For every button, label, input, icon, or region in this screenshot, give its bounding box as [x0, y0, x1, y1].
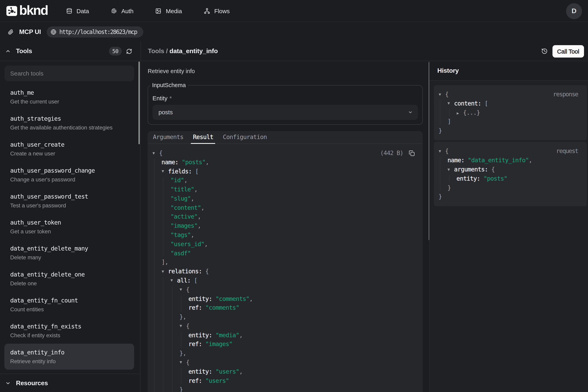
- indent-guide: [449, 176, 449, 182]
- json-row: "content",: [153, 203, 414, 212]
- tree-collapse-icon[interactable]: [438, 90, 445, 99]
- tool-item-auth_user_token[interactable]: auth_user_tokenGet a user token: [4, 214, 134, 240]
- entity-select[interactable]: posts: [153, 105, 418, 120]
- json-row: all: [: [153, 276, 414, 285]
- json-row: entity: "media",: [153, 331, 414, 340]
- tree-collapse-icon[interactable]: [447, 165, 454, 174]
- tree-collapse-icon[interactable]: [438, 147, 445, 156]
- tab-arguments[interactable]: Arguments: [151, 131, 186, 144]
- json-row: {response: [438, 90, 582, 99]
- tool-item-data_entity_fn_exists[interactable]: data_entity_fn_existsCheck if entity exi…: [4, 318, 134, 344]
- tool-name: data_entity_delete_many: [10, 244, 128, 253]
- json-row: "images",: [153, 222, 414, 231]
- nav-item-auth[interactable]: Auth: [111, 8, 134, 14]
- tool-description: Get the current user: [10, 98, 128, 106]
- tool-name: auth_user_create: [10, 140, 128, 150]
- tool-name: auth_me: [10, 88, 128, 98]
- input-schema-fieldset: InputSchema Entity* posts: [148, 82, 422, 124]
- json-row: "tags",: [153, 230, 414, 240]
- call-tool-button[interactable]: Call Tool: [552, 45, 584, 57]
- chevron-down-icon: [408, 110, 412, 115]
- tool-name: data_entity_info: [10, 348, 128, 357]
- tool-description: Get a user token: [10, 227, 128, 236]
- nav-item-data[interactable]: Data: [66, 8, 89, 14]
- tool-item-data_entity_delete_one[interactable]: data_entity_delete_oneDelete one: [4, 266, 134, 292]
- tool-name: auth_strategies: [10, 114, 128, 124]
- tree-collapse-icon[interactable]: [180, 358, 186, 367]
- result-size: (442 B): [380, 149, 403, 158]
- tab-configuration[interactable]: Configuration: [221, 131, 269, 144]
- history-card-label: request: [556, 147, 578, 156]
- tree-collapse-icon[interactable]: [162, 267, 168, 276]
- json-row: "slug",: [153, 194, 414, 204]
- tree-expand-icon[interactable]: [456, 108, 463, 117]
- indent-guide: [440, 157, 440, 191]
- tool-item-auth_user_password_change[interactable]: auth_user_password_changeChange a user's…: [4, 162, 134, 188]
- resources-title: Resources: [16, 380, 48, 386]
- history-icon[interactable]: [541, 48, 548, 54]
- json-row: "title",: [153, 185, 414, 194]
- tool-item-auth_strategies[interactable]: auth_strategiesGet the available authent…: [4, 110, 134, 136]
- json-row: "users_id",: [153, 240, 414, 249]
- json-row: {...}: [438, 108, 582, 117]
- tool-item-auth_me[interactable]: auth_meGet the current user: [4, 84, 134, 110]
- tools-section-title: Tools: [16, 48, 32, 55]
- tool-item-auth_user_create[interactable]: auth_user_createCreate a new user: [4, 136, 134, 162]
- image-icon: [156, 8, 162, 14]
- input-schema-legend: InputSchema: [150, 82, 188, 88]
- tree-collapse-icon[interactable]: [447, 99, 454, 108]
- search-input[interactable]: [4, 66, 134, 81]
- json-row: {(442 B): [153, 149, 414, 158]
- chevron-down-icon: [5, 380, 11, 386]
- avatar[interactable]: D: [566, 3, 582, 19]
- tool-item-data_entity_info[interactable]: data_entity_infoRetrieve entity info: [4, 344, 134, 370]
- tool-description: Test a user's password: [10, 202, 128, 210]
- brand-logo[interactable]: bknd: [6, 5, 48, 16]
- tool-description: Retrieve entity info: [10, 357, 128, 366]
- sidebar-scrollbar[interactable]: [138, 62, 140, 144]
- tools-sidebar: auth_meGet the current userauth_strategi…: [0, 61, 140, 392]
- tool-name: data_entity_fn_exists: [10, 322, 128, 331]
- json-row: "active",: [153, 212, 414, 222]
- tool-item-data_entity_fn_count[interactable]: data_entity_fn_countCount entities: [4, 292, 134, 318]
- refresh-icon[interactable]: [126, 48, 132, 54]
- mcp-url-chip[interactable]: http://localhost:28623/mcp: [46, 26, 143, 38]
- paperclip-icon: [8, 29, 13, 35]
- tool-list: auth_meGet the current userauth_strategi…: [4, 84, 134, 370]
- json-row: relations: {: [153, 267, 414, 276]
- top-bar: bknd DataAuthMediaFlows D: [0, 0, 588, 22]
- tool-description: Retrieve entity info: [148, 68, 195, 74]
- indent-guide: [154, 159, 154, 392]
- chevron-up-icon[interactable]: [5, 48, 11, 54]
- json-row: }: [153, 386, 414, 392]
- json-row: entity: "comments",: [153, 294, 414, 304]
- tree-collapse-icon[interactable]: [180, 322, 186, 331]
- nav-label: Auth: [121, 8, 134, 14]
- breadcrumb-section[interactable]: Tools /: [148, 48, 170, 54]
- nav-item-media[interactable]: Media: [156, 8, 182, 14]
- json-row: arguments: {: [438, 165, 582, 174]
- json-row: ],: [153, 258, 414, 267]
- mcp-bar: MCP UI http://localhost:28623/mcp: [0, 22, 588, 42]
- tree-collapse-icon[interactable]: [162, 167, 168, 176]
- tree-collapse-icon[interactable]: [171, 276, 177, 285]
- tab-result[interactable]: Result: [191, 131, 215, 144]
- tree-collapse-icon[interactable]: [180, 285, 186, 294]
- tool-description: Check if entity exists: [10, 331, 128, 340]
- tool-name: data_entity_fn_count: [10, 296, 128, 305]
- indent-guide: [172, 286, 172, 392]
- tool-description: Delete one: [10, 279, 128, 288]
- resources-header[interactable]: Resources: [0, 374, 140, 392]
- json-row: ]: [438, 117, 582, 126]
- json-row: name: "posts",: [153, 158, 414, 167]
- tool-name: data_entity_delete_one: [10, 270, 128, 279]
- nav-item-flows[interactable]: Flows: [204, 8, 230, 14]
- json-row: ref: "images": [153, 340, 414, 349]
- nav-label: Flows: [214, 8, 230, 14]
- tree-collapse-icon[interactable]: [153, 149, 159, 158]
- tool-item-data_entity_delete_many[interactable]: data_entity_delete_manyDelete many: [4, 240, 134, 266]
- tool-item-auth_user_password_test[interactable]: auth_user_password_testTest a user's pas…: [4, 188, 134, 214]
- indent-guide: [163, 277, 163, 392]
- indent-guide: [440, 100, 440, 125]
- copy-icon[interactable]: [408, 150, 414, 156]
